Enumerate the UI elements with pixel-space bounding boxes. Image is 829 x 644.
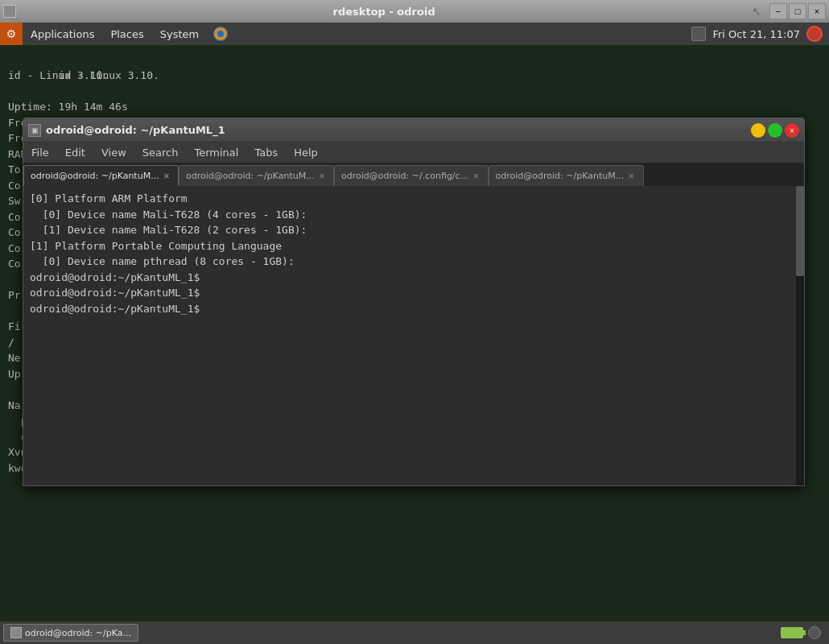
close-button[interactable]: × xyxy=(808,3,826,19)
terminal-minimize-button[interactable] xyxy=(751,123,765,138)
terminal-tab-1[interactable]: odroid@odroid: ~/pKantuM... × xyxy=(23,165,179,186)
terminal-menu-help[interactable]: Help xyxy=(286,142,326,163)
terminal-menu-edit[interactable]: Edit xyxy=(57,142,93,163)
menu-system[interactable]: System xyxy=(152,23,207,45)
tab-1-close[interactable]: × xyxy=(162,171,171,180)
menu-applications[interactable]: Applications xyxy=(23,23,102,45)
title-left xyxy=(3,5,16,18)
terminal-tabs-bar: odroid@odroid: ~/pKantuM... × odroid@odr… xyxy=(23,163,804,186)
terminal-menu-view[interactable]: View xyxy=(93,142,134,163)
terminal-scrollbar[interactable] xyxy=(796,186,804,485)
terminal-titlebar: ▣ odroid@odroid: ~/pKantuML_1 × xyxy=(23,118,804,142)
terminal-tab-2[interactable]: odroid@odroid: ~/pKantuM... × xyxy=(179,165,334,186)
terminal-window: ▣ odroid@odroid: ~/pKantuML_1 × File Edi… xyxy=(23,118,805,486)
terminal-close-button[interactable]: × xyxy=(785,123,799,138)
menu-places[interactable]: Places xyxy=(102,23,151,45)
task-label: odroid@odroid: ~/pKa... xyxy=(25,628,131,638)
terminal-title-left: ▣ odroid@odroid: ~/pKantuML_1 xyxy=(28,124,225,137)
terminal-output: [0] Platform ARM Platform [0] Device nam… xyxy=(23,186,804,321)
remote-panel-menus: Applications Places System xyxy=(23,23,229,45)
taskbar-task[interactable]: odroid@odroid: ~/pKa... xyxy=(3,624,138,642)
terminal-title-text: odroid@odroid: ~/pKantuML_1 xyxy=(46,124,225,136)
network-area xyxy=(691,27,706,41)
terminal-content-area: [0] Platform ARM Platform [0] Device nam… xyxy=(23,186,804,485)
terminal-tab-3[interactable]: odroid@odroid: ~/.config/c... × xyxy=(334,165,488,186)
tab-1-label: odroid@odroid: ~/pKantuM... xyxy=(31,171,159,181)
terminal-tab-4[interactable]: odroid@odroid: ~/pKantuM... × xyxy=(489,165,644,186)
maximize-button[interactable]: □ xyxy=(789,3,806,19)
power-button[interactable] xyxy=(806,26,823,42)
tab-2-label: odroid@odroid: ~/pKantuM... xyxy=(186,171,315,181)
firefox-icon[interactable] xyxy=(212,25,229,43)
window-title: rdesktop - odroid xyxy=(333,6,435,18)
terminal-scrollbar-thumb[interactable] xyxy=(796,186,804,276)
terminal-menubar: File Edit View Search Terminal Tabs Help xyxy=(23,142,804,163)
tab-4-close[interactable]: × xyxy=(626,171,636,180)
svg-point-1 xyxy=(217,31,224,37)
window-controls: ↖ − □ × xyxy=(752,3,826,19)
tab-4-label: odroid@odroid: ~/pKantuM... xyxy=(496,171,625,181)
taskbar-right-area xyxy=(781,626,826,639)
rdesktop-titlebar: rdesktop - odroid ↖ − □ × xyxy=(0,0,829,23)
battery-icon xyxy=(781,627,803,638)
tab-3-close[interactable]: × xyxy=(471,171,480,180)
main-window: rdesktop - odroid ↖ − □ × ⚙ Applications… xyxy=(0,0,829,644)
panel-datetime: Fri Oct 21, 11:07 xyxy=(712,28,800,40)
terminal-menu-terminal[interactable]: Terminal xyxy=(186,142,246,163)
terminal-favicon: ▣ xyxy=(28,124,41,137)
remote-desktop-content: ⚙ Applications Places System xyxy=(0,23,829,644)
remote-gnome-panel: ⚙ Applications Places System xyxy=(0,23,829,45)
terminal-window-controls: × xyxy=(751,123,799,138)
minimize-button[interactable]: − xyxy=(769,3,787,19)
tab-3-label: odroid@odroid: ~/.config/c... xyxy=(341,171,468,181)
cursor-icon: ↖ xyxy=(752,5,761,18)
window-icon xyxy=(3,5,16,18)
terminal-menu-search[interactable]: Search xyxy=(134,142,187,163)
terminal-menu-file[interactable]: File xyxy=(23,142,57,163)
task-icon xyxy=(10,627,22,638)
terminal-maximize-button[interactable] xyxy=(768,123,782,138)
gnome-logo[interactable]: ⚙ xyxy=(0,23,23,45)
remote-panel-right: Fri Oct 21, 11:07 xyxy=(691,26,829,42)
tab-2-close[interactable]: × xyxy=(317,171,327,180)
terminal-menu-tabs[interactable]: Tabs xyxy=(246,142,286,163)
taskbar-extra-icon xyxy=(808,626,821,639)
remote-bottom-taskbar: odroid@odroid: ~/pKa... xyxy=(0,621,829,644)
